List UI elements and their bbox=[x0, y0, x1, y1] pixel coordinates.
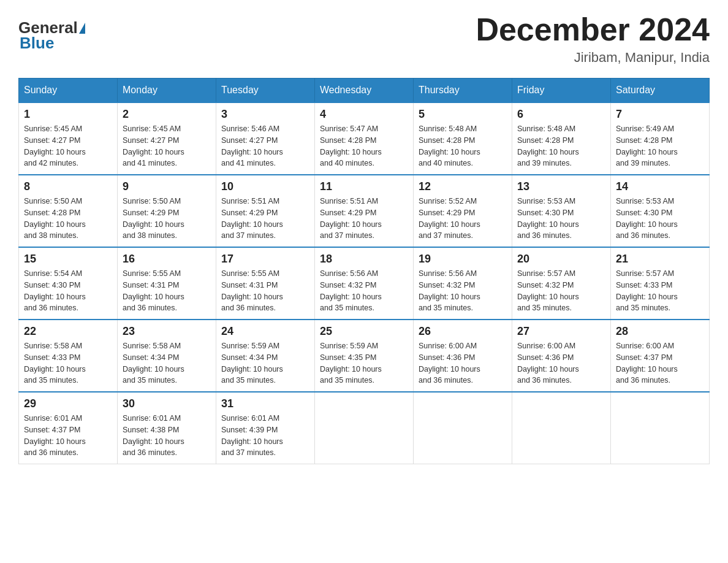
calendar-cell: 29 Sunrise: 6:01 AM Sunset: 4:37 PM Dayl… bbox=[19, 392, 118, 464]
week-row-4: 22 Sunrise: 5:58 AM Sunset: 4:33 PM Dayl… bbox=[19, 320, 710, 392]
calendar-cell: 3 Sunrise: 5:46 AM Sunset: 4:27 PM Dayli… bbox=[216, 102, 315, 175]
calendar-cell: 30 Sunrise: 6:01 AM Sunset: 4:38 PM Dayl… bbox=[118, 392, 216, 464]
calendar-cell bbox=[414, 392, 512, 464]
calendar-cell: 20 Sunrise: 5:57 AM Sunset: 4:32 PM Dayl… bbox=[512, 247, 611, 320]
day-number: 4 bbox=[320, 108, 408, 121]
day-info: Sunrise: 6:00 AM Sunset: 4:37 PM Dayligh… bbox=[616, 340, 704, 386]
day-number: 29 bbox=[24, 397, 112, 410]
day-number: 31 bbox=[221, 397, 309, 410]
day-number: 8 bbox=[24, 180, 112, 193]
day-number: 3 bbox=[221, 108, 309, 121]
header: General Blue December 2024 Jiribam, Mani… bbox=[18, 12, 710, 66]
calendar-cell: 26 Sunrise: 6:00 AM Sunset: 4:36 PM Dayl… bbox=[414, 320, 512, 392]
day-number: 14 bbox=[616, 180, 704, 193]
day-number: 27 bbox=[517, 325, 605, 338]
day-info: Sunrise: 5:48 AM Sunset: 4:28 PM Dayligh… bbox=[517, 123, 605, 169]
week-row-1: 1 Sunrise: 5:45 AM Sunset: 4:27 PM Dayli… bbox=[19, 102, 710, 175]
calendar-cell: 11 Sunrise: 5:51 AM Sunset: 4:29 PM Dayl… bbox=[315, 175, 414, 247]
calendar-cell: 8 Sunrise: 5:50 AM Sunset: 4:28 PM Dayli… bbox=[19, 175, 118, 247]
day-info: Sunrise: 5:55 AM Sunset: 4:31 PM Dayligh… bbox=[123, 268, 211, 314]
calendar-cell: 7 Sunrise: 5:49 AM Sunset: 4:28 PM Dayli… bbox=[611, 102, 710, 175]
day-info: Sunrise: 5:58 AM Sunset: 4:33 PM Dayligh… bbox=[24, 340, 112, 386]
day-info: Sunrise: 5:46 AM Sunset: 4:27 PM Dayligh… bbox=[221, 123, 309, 169]
day-info: Sunrise: 5:55 AM Sunset: 4:31 PM Dayligh… bbox=[221, 268, 309, 314]
header-friday: Friday bbox=[512, 79, 611, 103]
location-subtitle: Jiribam, Manipur, India bbox=[476, 50, 710, 66]
day-info: Sunrise: 5:52 AM Sunset: 4:29 PM Dayligh… bbox=[419, 196, 507, 242]
day-number: 5 bbox=[419, 108, 507, 121]
header-thursday: Thursday bbox=[414, 79, 512, 103]
day-info: Sunrise: 5:57 AM Sunset: 4:33 PM Dayligh… bbox=[616, 268, 704, 314]
calendar-cell: 4 Sunrise: 5:47 AM Sunset: 4:28 PM Dayli… bbox=[315, 102, 414, 175]
weekday-header-row: Sunday Monday Tuesday Wednesday Thursday… bbox=[19, 79, 710, 103]
header-sunday: Sunday bbox=[19, 79, 118, 103]
day-number: 2 bbox=[123, 108, 211, 121]
day-number: 26 bbox=[419, 325, 507, 338]
calendar-cell bbox=[512, 392, 611, 464]
week-row-3: 15 Sunrise: 5:54 AM Sunset: 4:30 PM Dayl… bbox=[19, 247, 710, 320]
day-number: 28 bbox=[616, 325, 704, 338]
calendar-cell: 23 Sunrise: 5:58 AM Sunset: 4:34 PM Dayl… bbox=[118, 320, 216, 392]
calendar-cell: 22 Sunrise: 5:58 AM Sunset: 4:33 PM Dayl… bbox=[19, 320, 118, 392]
day-info: Sunrise: 5:49 AM Sunset: 4:28 PM Dayligh… bbox=[616, 123, 704, 169]
calendar-cell: 6 Sunrise: 5:48 AM Sunset: 4:28 PM Dayli… bbox=[512, 102, 611, 175]
day-number: 15 bbox=[24, 253, 112, 266]
day-number: 19 bbox=[419, 253, 507, 266]
day-number: 7 bbox=[616, 108, 704, 121]
calendar-table: Sunday Monday Tuesday Wednesday Thursday… bbox=[18, 78, 710, 464]
day-info: Sunrise: 5:56 AM Sunset: 4:32 PM Dayligh… bbox=[320, 268, 408, 314]
day-number: 9 bbox=[123, 180, 211, 193]
day-info: Sunrise: 5:58 AM Sunset: 4:34 PM Dayligh… bbox=[123, 340, 211, 386]
calendar-cell: 16 Sunrise: 5:55 AM Sunset: 4:31 PM Dayl… bbox=[118, 247, 216, 320]
day-info: Sunrise: 5:45 AM Sunset: 4:27 PM Dayligh… bbox=[123, 123, 211, 169]
day-info: Sunrise: 6:01 AM Sunset: 4:37 PM Dayligh… bbox=[24, 413, 112, 459]
day-info: Sunrise: 5:59 AM Sunset: 4:34 PM Dayligh… bbox=[221, 340, 309, 386]
calendar-cell: 14 Sunrise: 5:53 AM Sunset: 4:30 PM Dayl… bbox=[611, 175, 710, 247]
day-info: Sunrise: 6:01 AM Sunset: 4:38 PM Dayligh… bbox=[123, 413, 211, 459]
title-area: December 2024 Jiribam, Manipur, India bbox=[476, 12, 710, 66]
header-wednesday: Wednesday bbox=[315, 79, 414, 103]
calendar-cell: 25 Sunrise: 5:59 AM Sunset: 4:35 PM Dayl… bbox=[315, 320, 414, 392]
day-info: Sunrise: 5:51 AM Sunset: 4:29 PM Dayligh… bbox=[221, 196, 309, 242]
calendar-cell: 27 Sunrise: 6:00 AM Sunset: 4:36 PM Dayl… bbox=[512, 320, 611, 392]
day-number: 30 bbox=[123, 397, 211, 410]
day-info: Sunrise: 6:00 AM Sunset: 4:36 PM Dayligh… bbox=[517, 340, 605, 386]
day-number: 10 bbox=[221, 180, 309, 193]
day-number: 17 bbox=[221, 253, 309, 266]
week-row-5: 29 Sunrise: 6:01 AM Sunset: 4:37 PM Dayl… bbox=[19, 392, 710, 464]
day-number: 1 bbox=[24, 108, 112, 121]
calendar-cell: 24 Sunrise: 5:59 AM Sunset: 4:34 PM Dayl… bbox=[216, 320, 315, 392]
day-number: 6 bbox=[517, 108, 605, 121]
calendar-cell: 5 Sunrise: 5:48 AM Sunset: 4:28 PM Dayli… bbox=[414, 102, 512, 175]
calendar-cell: 10 Sunrise: 5:51 AM Sunset: 4:29 PM Dayl… bbox=[216, 175, 315, 247]
day-number: 16 bbox=[123, 253, 211, 266]
logo-blue-text: Blue bbox=[20, 34, 54, 52]
calendar-title: December 2024 bbox=[476, 12, 710, 47]
day-number: 25 bbox=[320, 325, 408, 338]
calendar-cell: 21 Sunrise: 5:57 AM Sunset: 4:33 PM Dayl… bbox=[611, 247, 710, 320]
calendar-cell: 31 Sunrise: 6:01 AM Sunset: 4:39 PM Dayl… bbox=[216, 392, 315, 464]
day-number: 21 bbox=[616, 253, 704, 266]
logo: General Blue bbox=[18, 12, 86, 53]
day-info: Sunrise: 5:47 AM Sunset: 4:28 PM Dayligh… bbox=[320, 123, 408, 169]
day-info: Sunrise: 5:50 AM Sunset: 4:28 PM Dayligh… bbox=[24, 196, 112, 242]
header-monday: Monday bbox=[118, 79, 216, 103]
day-info: Sunrise: 5:51 AM Sunset: 4:29 PM Dayligh… bbox=[320, 196, 408, 242]
day-info: Sunrise: 5:48 AM Sunset: 4:28 PM Dayligh… bbox=[419, 123, 507, 169]
logo-triangle-icon bbox=[79, 23, 85, 34]
day-number: 13 bbox=[517, 180, 605, 193]
day-number: 20 bbox=[517, 253, 605, 266]
day-info: Sunrise: 5:53 AM Sunset: 4:30 PM Dayligh… bbox=[517, 196, 605, 242]
day-info: Sunrise: 5:57 AM Sunset: 4:32 PM Dayligh… bbox=[517, 268, 605, 314]
calendar-cell: 19 Sunrise: 5:56 AM Sunset: 4:32 PM Dayl… bbox=[414, 247, 512, 320]
day-info: Sunrise: 6:01 AM Sunset: 4:39 PM Dayligh… bbox=[221, 413, 309, 459]
day-number: 24 bbox=[221, 325, 309, 338]
day-number: 18 bbox=[320, 253, 408, 266]
header-tuesday: Tuesday bbox=[216, 79, 315, 103]
day-info: Sunrise: 5:45 AM Sunset: 4:27 PM Dayligh… bbox=[24, 123, 112, 169]
calendar-cell: 9 Sunrise: 5:50 AM Sunset: 4:29 PM Dayli… bbox=[118, 175, 216, 247]
calendar-cell: 1 Sunrise: 5:45 AM Sunset: 4:27 PM Dayli… bbox=[19, 102, 118, 175]
day-info: Sunrise: 5:53 AM Sunset: 4:30 PM Dayligh… bbox=[616, 196, 704, 242]
day-info: Sunrise: 6:00 AM Sunset: 4:36 PM Dayligh… bbox=[419, 340, 507, 386]
day-number: 12 bbox=[419, 180, 507, 193]
